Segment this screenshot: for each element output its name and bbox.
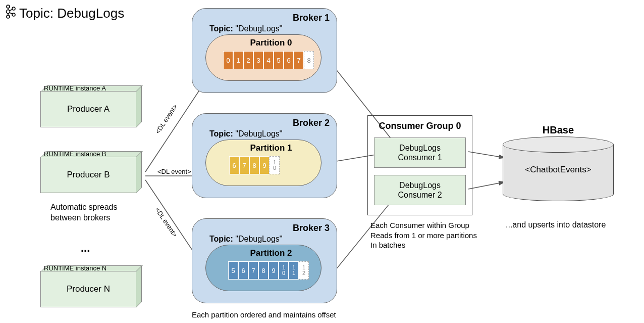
broker-3: Broker 3 Topic: "DebugLogs" Partition 2 … — [192, 218, 337, 303]
arrow-label-1: <DL event> — [153, 103, 179, 135]
svg-line-7 — [468, 182, 505, 189]
runtime-label-b: RUNTIME instance B — [44, 150, 106, 158]
consumer-note: Each Consumer within Group Reads from 1 … — [370, 220, 477, 250]
svg-point-11 — [12, 7, 15, 10]
svg-point-10 — [7, 15, 10, 18]
broker-1: Broker 1 Topic: "DebugLogs" Partition 0 … — [192, 8, 337, 93]
partition-2: Partition 2 5 6 7 8 9 10 11 12 — [205, 245, 321, 291]
hbase-table: <ChatbotEvents> — [503, 165, 614, 175]
producer-b-name: Producer B — [41, 157, 136, 193]
producer-b: RUNTIME instance B Producer B — [40, 157, 136, 193]
hbase-datastore: HBase <ChatbotEvents> — [503, 136, 614, 201]
svg-line-6 — [468, 152, 505, 158]
svg-point-12 — [12, 13, 15, 16]
spread-note: Automatic spreads between brokers — [50, 202, 118, 223]
partition-0: Partition 0 0 1 2 3 4 5 6 7 8 — [205, 34, 321, 81]
broker-3-title: Broker 3 — [199, 223, 330, 234]
partition-note: Each partition ordered and maintains off… — [192, 310, 336, 319]
partition-0-offsets: 0 1 2 3 4 5 6 7 8 — [221, 51, 316, 69]
broker-1-title: Broker 1 — [199, 13, 330, 23]
consumer-2: DebugLogsConsumer 2 — [374, 175, 466, 205]
runtime-label-n: RUNTIME instance N — [44, 264, 106, 272]
svg-line-15 — [10, 10, 13, 11]
partition-1-offsets: 6 7 8 9 10 — [229, 156, 316, 174]
broker-3-topic: Topic: "DebugLogs" — [209, 235, 330, 244]
consumer-group-title: Consumer Group 0 — [374, 121, 466, 131]
consumer-1: DebugLogsConsumer 1 — [374, 137, 466, 168]
producer-n-name: Producer N — [41, 271, 136, 307]
producers-ellipsis: ... — [81, 242, 90, 255]
producer-n: RUNTIME instance N Producer N — [40, 271, 136, 307]
consumer-group-0: Consumer Group 0 DebugLogsConsumer 1 Deb… — [367, 115, 472, 215]
arrow-label-3: <DL event> — [153, 206, 179, 239]
topic-header: Topic: DebugLogs — [4, 4, 124, 23]
hbase-note: ...and upserts into datastore — [506, 220, 606, 229]
partition-2-offsets: 5 6 7 8 9 10 11 12 — [221, 261, 316, 280]
hbase-title: HBase — [503, 124, 614, 136]
svg-point-8 — [7, 5, 10, 8]
producer-a: RUNTIME instance A Producer A — [40, 91, 136, 127]
kafka-icon — [4, 4, 16, 23]
broker-2-topic: Topic: "DebugLogs" — [209, 129, 330, 139]
partition-1: Partition 1 6 7 8 9 10 — [205, 140, 321, 186]
runtime-label-a: RUNTIME instance A — [44, 84, 106, 92]
broker-2-title: Broker 2 — [199, 118, 330, 128]
svg-line-16 — [10, 13, 13, 14]
broker-2: Broker 2 Topic: "DebugLogs" Partition 1 … — [192, 113, 337, 198]
svg-point-9 — [7, 10, 10, 14]
broker-1-topic: Topic: "DebugLogs" — [209, 24, 330, 33]
topic-title-text: Topic: DebugLogs — [19, 6, 124, 21]
producer-a-name: Producer A — [41, 91, 136, 127]
arrow-label-2: <DL event> — [157, 168, 191, 175]
